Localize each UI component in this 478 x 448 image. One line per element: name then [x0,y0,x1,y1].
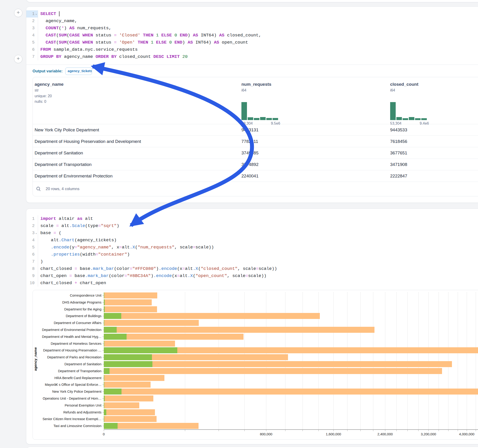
code-line[interactable]: 8chart_closed = base.mark_bar(color="#FF… [26,265,478,272]
column-histogram [241,102,278,120]
bar-open_count [104,382,104,388]
bar-open_count [104,334,126,340]
y-axis-category-label: Department of Consumer Affairs [32,321,101,325]
search-icon[interactable] [36,187,41,192]
code-line[interactable]: 4 CAST(SUM(CASE WHEN status = 'Closed' T… [26,32,478,39]
column-header: num_requestsi6453,3049.5e6 [241,82,271,92]
x-axis-tick-label: 0 [103,432,105,436]
previous-cell-edge [26,0,478,2]
table-row[interactable]: New York City Police Department945313194… [33,124,478,136]
y-axis-tick [102,295,104,296]
output-variable-row: Output variable: agency_tickets [26,64,478,77]
y-axis-tick [102,392,104,392]
gridline [360,292,361,429]
line-number-gutter: 5 [26,39,38,46]
code-line[interactable]: 3 COUNT(*) AS num_requests, [26,25,478,32]
table-row[interactable]: Department of Sanitation37494853677651 [33,147,478,159]
code-line[interactable]: 5 CAST(SUM(CASE WHEN status = 'Open' THE… [26,39,478,46]
y-axis-tick [102,385,104,385]
table-row[interactable]: Department of Environmental Protection22… [33,170,478,182]
sql-code-editor[interactable]: 1⌄SELECT 2 agency_name,3 COUNT(*) AS num… [26,7,478,60]
sql-cell-card: 1⌄SELECT 2 agency_name,3 COUNT(*) AS num… [26,6,478,203]
gridline [219,292,219,429]
code-line[interactable]: 3⌄base = ( [26,230,478,237]
gridline [333,292,334,429]
bar-open_count [104,347,177,353]
code-line[interactable]: 1import altair as alt [26,215,478,222]
line-number-gutter: 4 [26,32,38,39]
column-histogram [390,102,427,120]
line-number-gutter: 6 [26,251,38,258]
gridline [418,292,419,429]
y-axis-category-label: Department of Health and Mental Hyg… [32,335,101,339]
line-number-gutter: 3 [26,25,38,32]
code-line[interactable]: 2scale = alt.Scale(type="sqrt") [26,222,478,230]
x-axis-tick [476,430,476,431]
y-axis-tick [102,357,104,357]
table-cell: 3774892 [241,159,258,170]
table-cell: 9443533 [390,124,407,136]
y-axis-category-label: Personal Exemption Unit [32,404,101,407]
fold-chevron-icon[interactable]: ⌄ [35,10,38,18]
table-body: New York City Police Department945313194… [33,124,478,182]
add-cell-button[interactable]: + [14,9,22,17]
line-number-gutter: 5 [26,244,38,251]
code-line[interactable]: 10chart_closed + chart_open [26,280,478,287]
row-column-count: 20 rows, 4 columns [46,187,79,191]
code-line[interactable]: 1⌄SELECT [26,10,478,18]
line-number-gutter: 8 [26,265,38,272]
bar-open_count [104,423,118,429]
y-axis-category-label: Refunds and Adjustments [32,411,101,414]
code-line[interactable]: 6FROM sample_data.nyc.service_requests [26,46,478,53]
code-line[interactable]: 7) [26,258,478,265]
bar-open_count [104,306,105,312]
x-axis-tick [185,430,185,431]
line-number-gutter: 7 [26,258,38,265]
fold-chevron-icon[interactable]: ⌄ [35,230,38,237]
bar-closed_count [104,341,175,347]
code-line[interactable]: 2 agency_name, [26,18,478,25]
x-axis-tick [285,430,285,431]
line-number-gutter: 9 [26,272,38,280]
bar-open_count [104,341,104,347]
code-line[interactable]: 9chart_open = base.mark_bar(color="#8BC3… [26,272,478,280]
y-axis-category-label: Mayorâ€ s Office of Special Enforce… [32,383,101,386]
table-row[interactable]: Department of Housing Preservation and D… [33,136,478,147]
bar-closed_count [104,320,199,326]
y-axis-tick [102,412,104,412]
bar-open_count [104,395,105,401]
code-line[interactable]: 7GROUP BY agency_name ORDER BY closed_co… [26,53,478,60]
y-axis-category-label: HRA Benefit Card Replacement [32,376,101,380]
bar-open_count [104,409,106,415]
bar-closed_count [104,423,199,429]
table-cell: Department of Environmental Protection [35,170,113,182]
output-variable-label: Output variable: [32,69,63,74]
gridline [302,292,303,429]
code-line[interactable]: 6 .properties(width="container") [26,251,478,258]
table-cell: Department of Sanitation [35,147,83,159]
python-code-editor[interactable]: 1import altair as alt2scale = alt.Scale(… [26,209,478,287]
gridline [467,292,467,429]
line-number-gutter: 2 [26,222,38,230]
gridline [458,292,458,429]
output-variable-input[interactable]: agency_tickets [65,68,92,75]
y-axis-category-label: Taxi and Limousine Commission [32,424,101,428]
y-axis-tick [102,330,104,330]
add-cell-button[interactable]: + [14,55,22,63]
x-axis-tick [333,430,334,431]
line-number-gutter: 10 [26,280,38,287]
y-axis-tick [102,364,104,364]
code-line[interactable]: 5 .encode(y="agency_name", x=alt.X("num_… [26,244,478,251]
table-row[interactable]: Department of Transportation377489234719… [33,159,478,170]
table-cell: 7618456 [390,136,407,147]
x-axis-tick [219,430,219,431]
x-axis-tick-label: 4,000,000 [459,432,475,436]
code-line[interactable]: 4 alt.Chart(agency_tickets) [26,237,478,244]
line-number-gutter: 7 [26,53,38,60]
x-axis-tick-label: 3,200,000 [421,432,436,436]
gridline [285,292,285,429]
y-axis-tick [102,337,104,337]
gridline [347,292,347,429]
x-axis-tick [104,430,104,431]
bar-open_count [104,299,105,305]
